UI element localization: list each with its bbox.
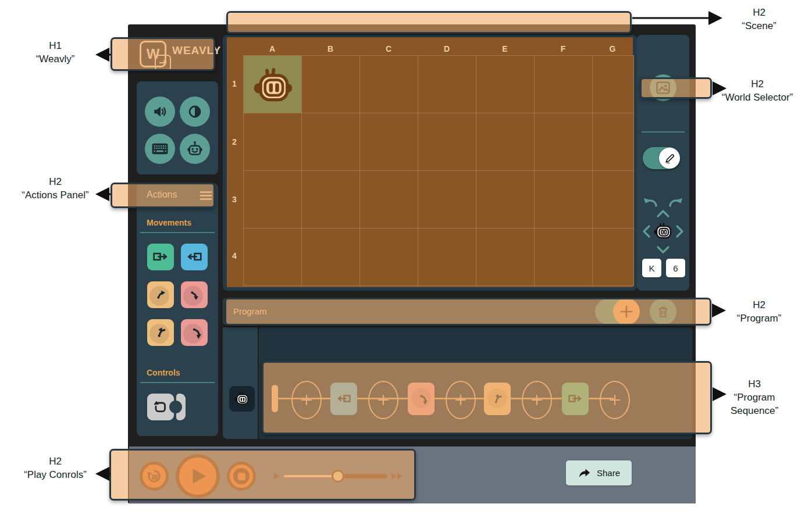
divider [140,232,215,233]
right-chevron-button[interactable] [675,224,684,238]
loop-bracket [176,394,186,420]
actions-panel: Actions Movements [137,183,218,436]
left-chevron-button[interactable] [642,224,651,238]
highlight-program-sequence [262,361,712,434]
up-chevron-button[interactable] [656,209,670,218]
highlight-program [225,298,711,326]
annotation-level: H2 [3,176,108,189]
loop-bracket-notch [169,401,182,413]
controls-section-title: Controls [147,368,180,377]
scene-panel: A B C D E F G 1 2 3 4 [223,35,637,291]
column-header: G [592,44,633,53]
contrast-icon [187,104,202,119]
button-shade [183,324,203,344]
keyboard-icon [152,143,168,155]
turn-right-45-button[interactable] [181,281,208,308]
robot-icon [186,140,204,158]
divider [140,382,215,383]
share-icon [578,466,592,480]
row-header: 3 [228,195,241,204]
sidebar-icon-panel [137,81,218,174]
keyboard-button[interactable] [145,134,175,164]
world-panel: K 6 [637,35,689,291]
character-tab[interactable] [229,386,255,412]
turn-left-90-button[interactable] [147,319,174,346]
highlight-actions-panel [111,183,215,208]
character-tab-rail [223,327,258,439]
column-header: B [301,44,359,53]
scene-grid[interactable] [243,55,634,286]
turn-right-90-button[interactable] [181,319,208,346]
loop-control-block[interactable] [147,394,186,420]
pencil-icon [664,152,676,165]
annotation-weavly: H1 “Weavly” [12,40,99,66]
backward-icon [186,249,202,265]
annotation-level: H3 [720,378,789,391]
forward-button[interactable] [147,244,174,270]
row-coordinate-value: 6 [673,263,678,273]
annotation-text: “Program Sequence” [720,391,789,418]
turn-left-45-button[interactable] [147,281,174,308]
annotation-play-controls: H2 “Play Conrols” [3,455,108,482]
annotation-text: “Scene” [724,20,794,33]
toggle-knob [659,148,680,169]
share-button[interactable]: Share [566,460,632,485]
contrast-button[interactable] [180,97,210,127]
annotation-text: “Weavly” [12,53,99,66]
annotation-level: H2 [705,78,810,91]
forward-icon [152,249,169,265]
column-header: D [418,44,476,53]
down-chevron-button[interactable] [656,245,670,254]
tab-robot-icon [233,390,251,408]
row-header: 1 [228,79,241,88]
column-header: A [243,44,301,53]
dpad-robot-icon [652,220,674,242]
annotation-level: H2 [3,455,108,469]
annotation-world-selector: H2 “World Selector” [705,78,810,105]
column-header: C [359,44,418,53]
annotation-program-sequence: H3 “Program Sequence” [720,378,789,418]
annotation-text: “Actions Panel” [3,189,108,202]
robot-mode-button[interactable] [180,134,210,164]
movements-section-title: Movements [147,218,191,227]
button-shade [149,324,169,344]
button-shade [149,286,169,306]
highlight-play-controls [109,449,416,501]
volume-button[interactable] [145,97,175,127]
highlight-weavly [111,37,215,71]
share-label: Share [597,468,620,478]
button-shade [183,286,203,306]
highlight-world-selector [640,77,712,99]
annotation-level: H2 [724,6,794,20]
backward-button[interactable] [181,244,208,270]
turn-left-arrow-button[interactable] [642,197,658,209]
annotation-text: “World Selector” [705,91,810,105]
row-coordinate-input[interactable]: 6 [666,259,685,277]
column-coordinate-value: K [649,263,654,273]
turn-right-arrow-button[interactable] [668,197,685,209]
column-header: E [476,44,534,53]
scene-world: A B C D E F G 1 2 3 4 [227,37,633,287]
scene-robot-icon[interactable] [251,63,295,107]
row-header: 4 [228,251,241,260]
annotation-text: “Play Conrols” [3,469,108,482]
annotation-level: H1 [12,40,99,53]
column-coordinate-input[interactable]: K [642,259,661,277]
character-draw-toggle[interactable] [643,147,680,169]
annotation-actions-panel: H2 “Actions Panel” [3,176,108,202]
volume-icon [152,104,168,119]
annotation-program: H2 “Program” [724,299,794,326]
row-header: 2 [228,137,241,147]
annotation-scene: H2 “Scene” [724,6,794,33]
annotation-level: H2 [724,299,794,312]
highlight-scene [226,11,632,34]
column-header: F [534,44,592,53]
divider [642,131,685,133]
loop-icon [152,399,169,415]
annotation-text: “Program” [724,312,794,326]
annotated-screenshot: W WEAVLY [0,0,812,518]
